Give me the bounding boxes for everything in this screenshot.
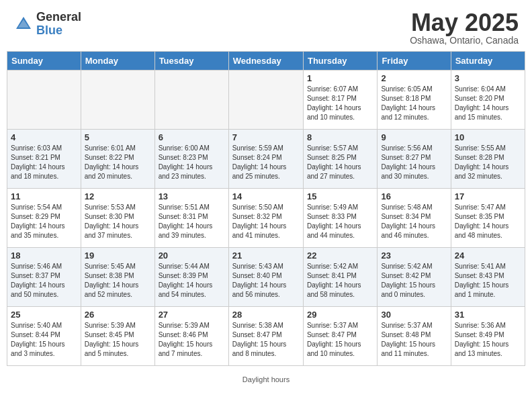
day-number: 15 xyxy=(307,191,373,201)
day-cell-8: 8Sunrise: 5:57 AM Sunset: 8:25 PM Daylig… xyxy=(303,130,377,189)
day-cell-28: 28Sunrise: 5:38 AM Sunset: 8:47 PM Dayli… xyxy=(228,307,303,366)
day-number: 20 xyxy=(159,250,225,261)
day-cell-20: 20Sunrise: 5:44 AM Sunset: 8:39 PM Dayli… xyxy=(154,248,228,307)
day-number: 24 xyxy=(455,250,521,261)
day-number: 3 xyxy=(455,73,521,83)
day-number: 11 xyxy=(11,191,77,201)
week-row-4: 18Sunrise: 5:46 AM Sunset: 8:37 PM Dayli… xyxy=(7,248,525,307)
day-info: Sunrise: 5:46 AM Sunset: 8:37 PM Dayligh… xyxy=(11,262,77,300)
day-info: Sunrise: 5:49 AM Sunset: 8:33 PM Dayligh… xyxy=(307,203,373,240)
day-cell-19: 19Sunrise: 5:45 AM Sunset: 8:38 PM Dayli… xyxy=(81,248,154,307)
day-cell-16: 16Sunrise: 5:48 AM Sunset: 8:34 PM Dayli… xyxy=(378,189,451,248)
day-header-tuesday: Tuesday xyxy=(154,52,228,71)
day-number: 21 xyxy=(232,250,300,261)
day-number: 14 xyxy=(232,191,300,201)
day-header-thursday: Thursday xyxy=(303,52,377,71)
day-cell-empty-02 xyxy=(154,71,228,130)
day-cell-26: 26Sunrise: 5:39 AM Sunset: 8:45 PM Dayli… xyxy=(81,307,154,366)
day-cell-23: 23Sunrise: 5:42 AM Sunset: 8:42 PM Dayli… xyxy=(378,248,451,307)
day-header-friday: Friday xyxy=(378,52,451,71)
day-cell-empty-03 xyxy=(228,71,303,130)
day-cell-18: 18Sunrise: 5:46 AM Sunset: 8:37 PM Dayli… xyxy=(7,248,81,307)
day-info: Sunrise: 5:36 AM Sunset: 8:49 PM Dayligh… xyxy=(455,321,521,359)
day-number: 16 xyxy=(381,191,447,201)
day-header-saturday: Saturday xyxy=(451,52,525,71)
day-cell-4: 4Sunrise: 6:03 AM Sunset: 8:21 PM Daylig… xyxy=(7,130,81,189)
day-cell-9: 9Sunrise: 5:56 AM Sunset: 8:27 PM Daylig… xyxy=(378,130,451,189)
day-cell-7: 7Sunrise: 5:59 AM Sunset: 8:24 PM Daylig… xyxy=(228,130,303,189)
day-info: Sunrise: 5:53 AM Sunset: 8:30 PM Dayligh… xyxy=(85,203,151,240)
day-number: 31 xyxy=(455,310,521,320)
day-number: 22 xyxy=(307,250,373,261)
day-info: Sunrise: 6:03 AM Sunset: 8:21 PM Dayligh… xyxy=(11,144,77,181)
day-number: 27 xyxy=(159,310,225,320)
day-number: 30 xyxy=(381,310,447,320)
page-header: General Blue May 2025 Oshawa, Ontario, C… xyxy=(0,0,532,51)
day-number: 9 xyxy=(381,132,447,142)
location: Oshawa, Ontario, Canada xyxy=(410,35,519,46)
day-cell-24: 24Sunrise: 5:41 AM Sunset: 8:43 PM Dayli… xyxy=(451,248,525,307)
day-info: Sunrise: 5:51 AM Sunset: 8:31 PM Dayligh… xyxy=(159,203,225,240)
day-info: Sunrise: 5:59 AM Sunset: 8:24 PM Dayligh… xyxy=(232,144,300,181)
week-row-1: 1Sunrise: 6:07 AM Sunset: 8:17 PM Daylig… xyxy=(7,71,525,130)
day-cell-empty-00 xyxy=(7,71,81,130)
day-cell-17: 17Sunrise: 5:47 AM Sunset: 8:35 PM Dayli… xyxy=(451,189,525,248)
day-info: Sunrise: 5:57 AM Sunset: 8:25 PM Dayligh… xyxy=(307,144,373,181)
day-cell-30: 30Sunrise: 5:37 AM Sunset: 8:48 PM Dayli… xyxy=(378,307,451,366)
day-info: Sunrise: 5:44 AM Sunset: 8:39 PM Dayligh… xyxy=(159,262,225,300)
day-info: Sunrise: 5:37 AM Sunset: 8:48 PM Dayligh… xyxy=(381,321,447,359)
day-cell-22: 22Sunrise: 5:42 AM Sunset: 8:41 PM Dayli… xyxy=(303,248,377,307)
day-number: 2 xyxy=(381,73,447,83)
day-number: 7 xyxy=(232,132,300,142)
day-info: Sunrise: 5:54 AM Sunset: 8:29 PM Dayligh… xyxy=(11,203,77,240)
day-number: 25 xyxy=(11,310,77,320)
calendar-wrapper: SundayMondayTuesdayWednesdayThursdayFrid… xyxy=(0,51,532,373)
day-info: Sunrise: 5:42 AM Sunset: 8:41 PM Dayligh… xyxy=(307,262,373,300)
day-info: Sunrise: 5:40 AM Sunset: 8:44 PM Dayligh… xyxy=(11,321,77,359)
day-info: Sunrise: 5:39 AM Sunset: 8:45 PM Dayligh… xyxy=(85,321,151,359)
day-info: Sunrise: 5:45 AM Sunset: 8:38 PM Dayligh… xyxy=(85,262,151,300)
day-cell-empty-01 xyxy=(81,71,154,130)
day-info: Sunrise: 5:55 AM Sunset: 8:28 PM Dayligh… xyxy=(455,144,521,181)
day-cell-5: 5Sunrise: 6:01 AM Sunset: 8:22 PM Daylig… xyxy=(81,130,154,189)
day-info: Sunrise: 5:56 AM Sunset: 8:27 PM Dayligh… xyxy=(381,144,447,181)
day-header-row: SundayMondayTuesdayWednesdayThursdayFrid… xyxy=(7,52,525,71)
day-cell-29: 29Sunrise: 5:37 AM Sunset: 8:47 PM Dayli… xyxy=(303,307,377,366)
day-number: 4 xyxy=(11,132,77,142)
day-cell-1: 1Sunrise: 6:07 AM Sunset: 8:17 PM Daylig… xyxy=(303,71,377,130)
calendar-table: SundayMondayTuesdayWednesdayThursdayFrid… xyxy=(7,51,525,366)
day-header-sunday: Sunday xyxy=(7,52,81,71)
day-cell-13: 13Sunrise: 5:51 AM Sunset: 8:31 PM Dayli… xyxy=(154,189,228,248)
day-number: 13 xyxy=(159,191,225,201)
week-row-5: 25Sunrise: 5:40 AM Sunset: 8:44 PM Dayli… xyxy=(7,307,525,366)
logo-text: General Blue xyxy=(36,11,81,38)
day-info: Sunrise: 5:37 AM Sunset: 8:47 PM Dayligh… xyxy=(307,321,373,359)
week-row-3: 11Sunrise: 5:54 AM Sunset: 8:29 PM Dayli… xyxy=(7,189,525,248)
logo-general-text: General xyxy=(36,11,81,24)
day-number: 29 xyxy=(307,310,373,320)
day-cell-27: 27Sunrise: 5:39 AM Sunset: 8:46 PM Dayli… xyxy=(154,307,228,366)
day-header-monday: Monday xyxy=(81,52,154,71)
day-info: Sunrise: 6:00 AM Sunset: 8:23 PM Dayligh… xyxy=(159,144,225,181)
day-cell-31: 31Sunrise: 5:36 AM Sunset: 8:49 PM Dayli… xyxy=(451,307,525,366)
day-cell-21: 21Sunrise: 5:43 AM Sunset: 8:40 PM Dayli… xyxy=(228,248,303,307)
day-info: Sunrise: 6:07 AM Sunset: 8:17 PM Dayligh… xyxy=(307,85,373,122)
footer-note: Daylight hours xyxy=(0,373,532,386)
day-info: Sunrise: 5:38 AM Sunset: 8:47 PM Dayligh… xyxy=(232,321,300,359)
day-info: Sunrise: 6:05 AM Sunset: 8:18 PM Dayligh… xyxy=(381,85,447,122)
day-header-wednesday: Wednesday xyxy=(228,52,303,71)
day-cell-15: 15Sunrise: 5:49 AM Sunset: 8:33 PM Dayli… xyxy=(303,189,377,248)
day-info: Sunrise: 6:01 AM Sunset: 8:22 PM Dayligh… xyxy=(85,144,151,181)
day-info: Sunrise: 5:48 AM Sunset: 8:34 PM Dayligh… xyxy=(381,203,447,240)
day-info: Sunrise: 5:43 AM Sunset: 8:40 PM Dayligh… xyxy=(232,262,300,300)
day-cell-14: 14Sunrise: 5:50 AM Sunset: 8:32 PM Dayli… xyxy=(228,189,303,248)
day-info: Sunrise: 5:50 AM Sunset: 8:32 PM Dayligh… xyxy=(232,203,300,240)
title-block: May 2025 Oshawa, Ontario, Canada xyxy=(410,11,519,46)
week-row-2: 4Sunrise: 6:03 AM Sunset: 8:21 PM Daylig… xyxy=(7,130,525,189)
day-number: 1 xyxy=(307,73,373,83)
day-cell-2: 2Sunrise: 6:05 AM Sunset: 8:18 PM Daylig… xyxy=(378,71,451,130)
day-number: 5 xyxy=(85,132,151,142)
day-cell-3: 3Sunrise: 6:04 AM Sunset: 8:20 PM Daylig… xyxy=(451,71,525,130)
logo: General Blue xyxy=(13,11,81,38)
day-info: Sunrise: 5:47 AM Sunset: 8:35 PM Dayligh… xyxy=(455,203,521,240)
